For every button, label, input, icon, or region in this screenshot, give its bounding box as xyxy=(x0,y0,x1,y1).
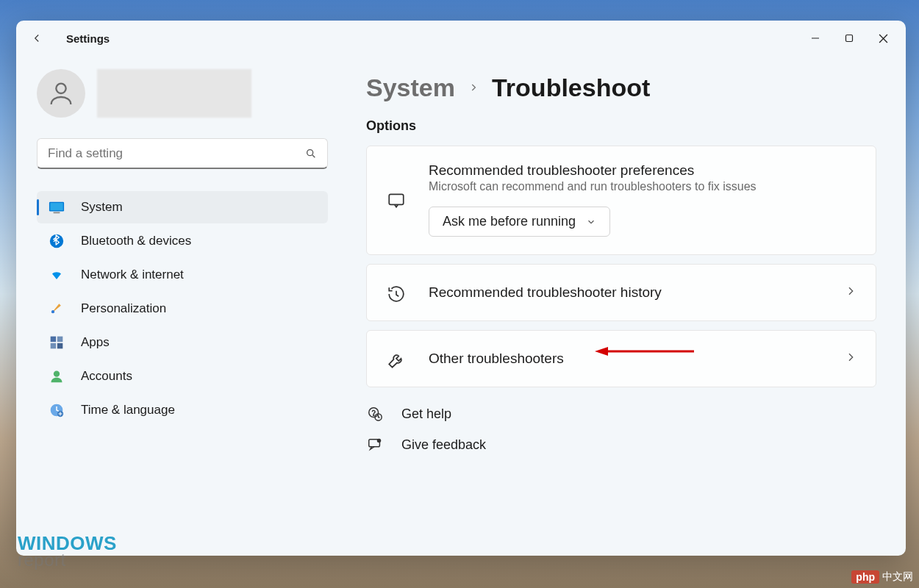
svg-point-2 xyxy=(56,84,65,93)
chevron-right-icon xyxy=(845,351,857,366)
feedback-icon xyxy=(366,436,384,453)
brush-icon xyxy=(49,301,65,317)
sidebar-item-label: Time & language xyxy=(81,403,175,417)
window-title: Settings xyxy=(66,32,110,45)
svg-rect-0 xyxy=(812,38,819,39)
user-profile[interactable] xyxy=(37,69,328,118)
sidebar-item-accounts[interactable]: Accounts xyxy=(37,360,328,392)
card-troubleshooter-history[interactable]: Recommended troubleshooter history xyxy=(366,264,876,321)
sidebar-item-network[interactable]: Network & internet xyxy=(37,259,328,291)
svg-rect-5 xyxy=(50,203,62,210)
bluetooth-icon xyxy=(49,233,65,249)
system-icon xyxy=(49,199,65,215)
sidebar-item-bluetooth[interactable]: Bluetooth & devices xyxy=(37,225,328,257)
close-button[interactable] xyxy=(866,25,900,51)
nav-list: System Bluetooth & devices Network & int… xyxy=(37,191,328,426)
history-icon xyxy=(386,284,407,304)
svg-rect-11 xyxy=(51,343,57,349)
chevron-down-icon xyxy=(586,217,596,227)
svg-rect-6 xyxy=(53,212,60,213)
breadcrumb: System Troubleshoot xyxy=(366,74,876,102)
card-recommended-preferences: Recommended troubleshooter preferences M… xyxy=(366,146,876,255)
account-icon xyxy=(49,368,65,384)
back-button[interactable] xyxy=(29,31,44,46)
svg-rect-10 xyxy=(57,337,63,343)
svg-point-3 xyxy=(307,149,313,155)
get-help-link[interactable]: Get help xyxy=(366,405,876,423)
help-icon xyxy=(366,405,384,423)
section-options-label: Options xyxy=(366,118,876,134)
sidebar-item-apps[interactable]: Apps xyxy=(37,326,328,359)
breadcrumb-parent[interactable]: System xyxy=(366,74,455,102)
card-title: Recommended troubleshooter preferences xyxy=(429,162,857,179)
comment-icon xyxy=(386,190,407,211)
sidebar-item-system[interactable]: System xyxy=(37,191,328,223)
titlebar: Settings xyxy=(16,21,906,56)
apps-icon xyxy=(49,334,65,351)
feedback-label: Give feedback xyxy=(401,437,486,453)
svg-rect-9 xyxy=(51,337,57,343)
search-input[interactable] xyxy=(48,146,305,161)
svg-point-23 xyxy=(377,439,382,443)
clock-icon xyxy=(49,402,65,418)
wrench-icon xyxy=(386,350,407,370)
sidebar-item-time-language[interactable]: Time & language xyxy=(37,394,328,426)
search-box[interactable] xyxy=(37,138,328,169)
sidebar-item-label: Personalization xyxy=(81,301,166,316)
minimize-button[interactable] xyxy=(798,25,832,51)
maximize-button[interactable] xyxy=(832,25,866,51)
preferences-dropdown[interactable]: Ask me before running xyxy=(429,207,610,237)
settings-window: Settings xyxy=(16,21,906,556)
give-feedback-link[interactable]: Give feedback xyxy=(366,436,876,453)
svg-rect-12 xyxy=(57,343,63,349)
avatar xyxy=(37,69,85,118)
wifi-icon xyxy=(49,267,65,283)
main-content: System Troubleshoot Options Recommended … xyxy=(346,56,906,556)
card-title: Other troubleshooters xyxy=(429,351,823,367)
svg-point-20 xyxy=(373,415,374,415)
breadcrumb-current: Troubleshoot xyxy=(492,74,650,102)
svg-rect-1 xyxy=(846,35,853,42)
card-title: Recommended troubleshooter history xyxy=(429,284,823,301)
search-icon xyxy=(305,148,317,159)
sidebar: System Bluetooth & devices Network & int… xyxy=(16,56,346,556)
sidebar-item-personalization[interactable]: Personalization xyxy=(37,293,328,325)
sidebar-item-label: System xyxy=(81,200,123,215)
chevron-right-icon xyxy=(845,285,857,300)
sidebar-item-label: Network & internet xyxy=(81,268,184,282)
card-subtitle: Microsoft can recommend and run troubles… xyxy=(429,180,857,193)
card-other-troubleshooters[interactable]: Other troubleshooters xyxy=(366,330,876,387)
svg-rect-16 xyxy=(389,194,404,204)
help-label: Get help xyxy=(401,406,451,422)
sidebar-item-label: Apps xyxy=(81,335,110,350)
svg-point-13 xyxy=(54,371,60,377)
svg-point-7 xyxy=(50,234,63,248)
chevron-right-icon xyxy=(468,79,479,96)
svg-point-8 xyxy=(51,310,54,313)
sidebar-item-label: Bluetooth & devices xyxy=(81,234,191,248)
sidebar-item-label: Accounts xyxy=(81,369,132,384)
dropdown-value: Ask me before running xyxy=(443,214,576,229)
user-name-redacted xyxy=(97,69,251,118)
